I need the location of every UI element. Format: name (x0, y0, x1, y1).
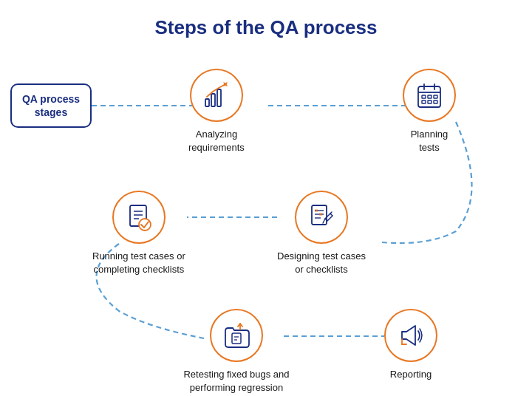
node-designing: Designing test casesor checklists (277, 191, 366, 276)
svg-rect-14 (434, 95, 437, 98)
page-title: Steps of the QA process (0, 0, 532, 47)
icon-circle-running (112, 191, 166, 244)
svg-rect-5 (211, 94, 215, 106)
svg-line-29 (330, 212, 332, 214)
svg-rect-6 (217, 89, 221, 106)
icon-circle-reporting (384, 309, 437, 362)
node-retesting: Retesting fixed bugs andperforming regre… (177, 309, 296, 396)
stage-label: QA process stages (10, 83, 92, 128)
calendar-icon (415, 81, 444, 110)
node-planning: Planningtests (403, 69, 456, 154)
diagram-area: QA process stages Analyzingrequirements (0, 47, 532, 386)
chart-icon (202, 81, 231, 110)
label-reporting: Reporting (390, 368, 432, 381)
label-planning: Planningtests (411, 128, 449, 154)
megaphone-icon (396, 321, 426, 350)
label-designing: Designing test casesor checklists (277, 250, 366, 276)
svg-rect-30 (232, 333, 241, 344)
svg-rect-12 (422, 95, 426, 98)
icon-circle-designing (295, 191, 348, 244)
label-running: Running test cases orcompleting checklis… (92, 250, 185, 276)
label-retesting: Retesting fixed bugs andperforming regre… (177, 368, 296, 396)
document-edit-icon (307, 202, 336, 232)
svg-rect-23 (312, 205, 327, 225)
svg-line-28 (323, 219, 325, 223)
svg-rect-4 (205, 99, 209, 106)
checklist-icon (124, 202, 154, 232)
svg-rect-16 (428, 100, 432, 103)
icon-circle-planning (403, 69, 456, 122)
svg-rect-15 (422, 100, 426, 103)
icon-circle-retesting (210, 309, 263, 362)
node-reporting: Reporting (384, 309, 437, 381)
svg-rect-13 (428, 95, 432, 98)
label-analyzing: Analyzingrequirements (188, 128, 245, 154)
svg-rect-17 (434, 100, 437, 103)
node-analyzing: Analyzingrequirements (188, 69, 245, 154)
icon-circle-analyzing (190, 69, 243, 122)
node-running: Running test cases orcompleting checklis… (92, 191, 185, 276)
folder-bug-icon (222, 321, 251, 350)
